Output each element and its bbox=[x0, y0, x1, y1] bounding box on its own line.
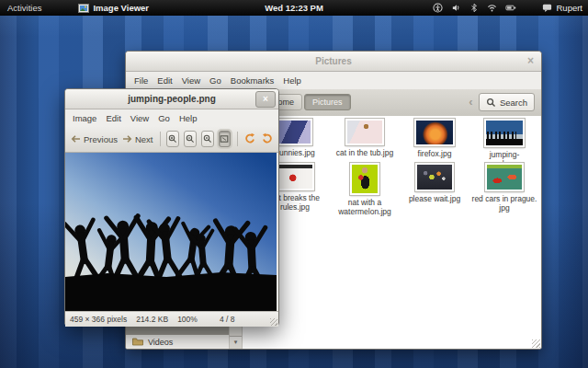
search-button[interactable]: Search bbox=[479, 93, 535, 111]
image-viewer-close-button[interactable]: × bbox=[255, 91, 276, 108]
zoom-in-icon bbox=[168, 134, 177, 144]
file-name: please wait.jpg bbox=[409, 194, 460, 203]
menu-go[interactable]: Go bbox=[205, 75, 226, 86]
file-name: nat with a watermelon.jpg bbox=[331, 198, 399, 216]
top-panel: Activities Image Viewer Wed 12:23 PM bbox=[0, 0, 588, 16]
image-viewer-toolbar: Previous Next bbox=[65, 126, 278, 153]
file-thumbnail-nat-breaks bbox=[276, 163, 314, 190]
file-thumbnail-cat bbox=[345, 119, 384, 145]
toolbar-separator bbox=[237, 132, 238, 146]
image-dimensions: 459 × 366 pixels bbox=[70, 315, 127, 324]
file-manager-titlebar[interactable]: Pictures × bbox=[126, 52, 541, 72]
next-arrow-icon bbox=[122, 134, 132, 144]
bluetooth-icon[interactable] bbox=[469, 3, 479, 13]
zoom-out-icon bbox=[186, 134, 195, 144]
battery-icon[interactable] bbox=[505, 3, 516, 13]
username: Rupert bbox=[556, 3, 582, 13]
image-viewer-titlebar[interactable]: jumping-people.png × bbox=[65, 89, 278, 109]
image-viewer-title: jumping-people.png bbox=[128, 94, 216, 104]
toolbar-separator bbox=[160, 132, 161, 146]
file-item[interactable]: cat in the tub.jpg bbox=[330, 117, 400, 161]
rotate-right-icon bbox=[261, 132, 273, 144]
menu-edit[interactable]: Edit bbox=[101, 113, 125, 123]
image-viewer-app-icon bbox=[78, 3, 89, 14]
jumping-people-photo bbox=[65, 153, 277, 311]
back-button[interactable]: ‹ bbox=[469, 95, 472, 109]
accessibility-icon[interactable] bbox=[433, 3, 443, 13]
status-area bbox=[433, 3, 516, 13]
file-item[interactable]: nat with a watermelon.jpg bbox=[330, 161, 400, 205]
zoom-normal-button[interactable] bbox=[201, 131, 214, 147]
file-item[interactable]: please wait.jpg bbox=[400, 161, 469, 205]
menu-view[interactable]: View bbox=[126, 113, 153, 123]
file-thumbnail-jumping bbox=[484, 119, 525, 147]
file-thumbnail-watermelon bbox=[350, 163, 379, 195]
app-menu[interactable]: Image Viewer bbox=[78, 3, 149, 14]
user-menu[interactable]: Rupert bbox=[542, 3, 582, 13]
menu-view[interactable]: View bbox=[177, 75, 205, 86]
rotate-right-button[interactable] bbox=[261, 132, 273, 145]
image-viewer-statusbar: 459 × 366 pixels 214.2 KB 100% 4 / 8 bbox=[65, 311, 278, 327]
zoom-best-fit-icon bbox=[220, 134, 229, 144]
file-manager-menubar: FileEditViewGoBookmarksHelp bbox=[126, 72, 541, 89]
file-manager-title: Pictures bbox=[315, 56, 351, 66]
image-index: 4 / 8 bbox=[220, 315, 235, 324]
menu-bookmarks[interactable]: Bookmarks bbox=[226, 75, 279, 86]
image-filesize: 214.2 KB bbox=[136, 315, 168, 324]
next-label: Next bbox=[135, 134, 153, 144]
folder-icon bbox=[132, 338, 143, 346]
menu-go[interactable]: Go bbox=[153, 113, 175, 123]
scroll-down-button[interactable]: ▾ bbox=[230, 336, 242, 349]
zoom-level: 100% bbox=[177, 315, 198, 324]
file-grid: bunnies.jpgcat in the tub.jpgfirefox.jpg… bbox=[260, 117, 539, 205]
file-thumbnail-firefox bbox=[414, 119, 455, 146]
search-button-label: Search bbox=[500, 98, 527, 108]
zoom-normal-icon bbox=[203, 134, 212, 144]
image-viewer-resize-grip[interactable] bbox=[270, 318, 277, 326]
file-item[interactable]: firefox.jpg bbox=[400, 117, 469, 161]
file-thumbnail-bunnies bbox=[277, 119, 312, 145]
image-viewer-menubar: ImageEditViewGoHelp bbox=[65, 109, 278, 126]
file-name: cat in the tub.jpg bbox=[336, 148, 393, 157]
menu-help[interactable]: Help bbox=[175, 113, 202, 123]
file-name: bunnies.jpg bbox=[275, 148, 314, 157]
image-viewer-window: jumping-people.png × ImageEditViewGoHelp… bbox=[64, 88, 279, 326]
network-icon[interactable] bbox=[487, 3, 497, 13]
chat-icon bbox=[542, 3, 552, 13]
previous-button[interactable]: Previous bbox=[71, 134, 118, 144]
file-name: firefox.jpg bbox=[418, 149, 452, 158]
search-icon bbox=[486, 98, 496, 108]
activities-button[interactable]: Activities bbox=[7, 3, 41, 13]
file-manager-resize-grip[interactable] bbox=[532, 339, 540, 348]
clock[interactable]: Wed 12:23 PM bbox=[265, 3, 323, 13]
volume-icon[interactable] bbox=[451, 3, 461, 13]
app-menu-label: Image Viewer bbox=[93, 3, 149, 13]
menu-help[interactable]: Help bbox=[278, 75, 306, 86]
zoom-best-fit-button[interactable] bbox=[219, 131, 232, 147]
sidebar-item-videos[interactable]: Videos bbox=[126, 335, 229, 349]
menu-image[interactable]: Image bbox=[68, 113, 101, 123]
menu-file[interactable]: File bbox=[130, 75, 153, 86]
file-name: red cars in prague. jpg bbox=[470, 194, 538, 213]
breadcrumb-pictures-button[interactable]: Pictures bbox=[304, 94, 351, 110]
menu-edit[interactable]: Edit bbox=[153, 75, 176, 86]
file-item[interactable]: red cars in prague. jpg bbox=[469, 161, 539, 205]
file-thumbnail-please-wait bbox=[415, 163, 454, 191]
desktop: Activities Image Viewer Wed 12:23 PM bbox=[0, 0, 588, 368]
previous-label: Previous bbox=[84, 134, 118, 144]
file-item[interactable]: jumping-people.png bbox=[469, 117, 539, 161]
zoom-in-button[interactable] bbox=[166, 131, 179, 147]
image-canvas[interactable] bbox=[65, 153, 277, 311]
file-thumbnail-red-cars bbox=[485, 163, 524, 191]
sidebar-item-label: Videos bbox=[148, 338, 173, 347]
rotate-left-icon bbox=[244, 132, 256, 144]
file-manager-close-button[interactable]: × bbox=[527, 54, 534, 67]
next-button[interactable]: Next bbox=[122, 134, 153, 144]
zoom-out-button[interactable] bbox=[184, 131, 197, 147]
rotate-left-button[interactable] bbox=[244, 132, 256, 145]
previous-arrow-icon bbox=[71, 134, 81, 144]
